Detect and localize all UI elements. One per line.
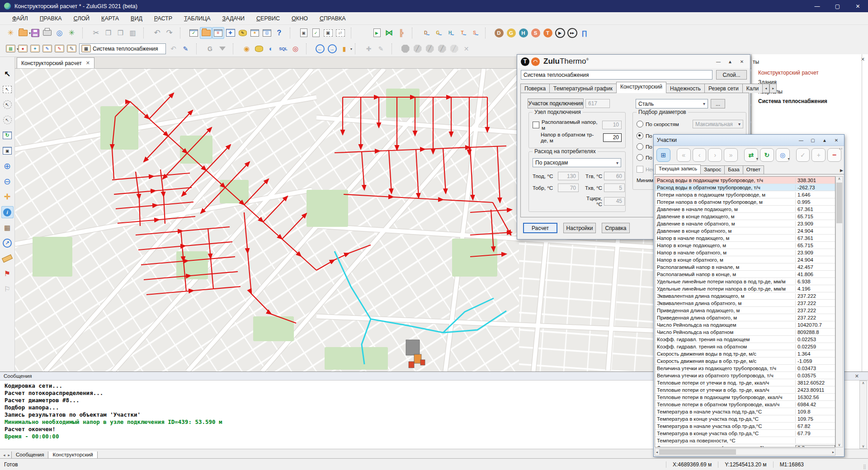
tab-more-icon[interactable]: ▶: [840, 168, 843, 173]
menu-item[interactable]: СПРАВКА: [314, 14, 352, 24]
sections-tab[interactable]: База: [724, 165, 743, 174]
by-linear-losses-radio[interactable]: [637, 132, 643, 139]
radio-option-3[interactable]: [637, 143, 643, 150]
find-record-button[interactable]: ◎: [776, 148, 790, 162]
row-value[interactable]: 1.364: [796, 351, 835, 357]
row-value[interactable]: 42.457: [796, 264, 835, 270]
t-return-input[interactable]: 70: [558, 183, 579, 192]
help-button[interactable]: Справка: [602, 223, 630, 233]
tab-scroll-right-icon[interactable]: ▸: [769, 84, 777, 93]
forward-icon[interactable]: →: [326, 43, 338, 55]
table-row[interactable]: Располагаемый напор в начале, м 42.457: [655, 263, 835, 271]
refresh-view-tool[interactable]: ↻: [1, 129, 14, 141]
sections-tab[interactable]: Запрос: [700, 165, 725, 174]
minimize-button[interactable]: —: [807, 0, 827, 12]
row-value[interactable]: 6984.42: [796, 402, 835, 407]
sql-icon[interactable]: SQL: [277, 43, 289, 55]
row-value[interactable]: 67.82: [796, 423, 835, 429]
table-row[interactable]: Давление в конце обратного, м 24.904: [655, 227, 835, 235]
map-draw-icon[interactable]: ✎: [66, 43, 78, 55]
map-red-icon[interactable]: ●: [17, 43, 29, 55]
octagon-slash-icon[interactable]: ╱: [448, 43, 460, 55]
undo-icon[interactable]: ↶: [151, 27, 163, 39]
dialog-pin-button[interactable]: ▲: [726, 57, 735, 66]
map-new-icon[interactable]: ▦: [5, 43, 17, 55]
separator[interactable]: [302, 43, 314, 55]
sections-pin-button[interactable]: ▲: [820, 136, 829, 144]
layer-manager-icon[interactable]: [200, 27, 212, 39]
table-row[interactable]: Тепловые потери в подающем трубопроводе,…: [655, 394, 835, 401]
refresh-button[interactable]: ↻: [760, 148, 774, 162]
separator[interactable]: [228, 43, 241, 55]
pin-delete-icon[interactable]: ✕: [460, 43, 472, 55]
flow-mode-select[interactable]: По расходам: [533, 158, 621, 167]
table-row[interactable]: Температура в конце участка обр.тр-да,°С…: [655, 430, 835, 437]
row-value[interactable]: 65.715: [796, 243, 835, 248]
new-document-icon[interactable]: ✳: [5, 27, 17, 39]
step-icon[interactable]: ▶▶: [566, 27, 578, 39]
zoom-out-tool[interactable]: ⊖: [1, 175, 14, 188]
export-checked-icon[interactable]: ✓: [310, 27, 322, 39]
octagon-icon[interactable]: [399, 43, 411, 55]
table-row[interactable]: Расход воды в обратном трубопроводе, т/ч…: [655, 184, 835, 191]
zoom-in-tool[interactable]: ⊕: [1, 160, 14, 172]
export-print-icon[interactable]: ▣: [297, 27, 310, 39]
row-value[interactable]: 16302.56: [796, 395, 835, 400]
separator[interactable]: [285, 27, 297, 39]
geo-find-icon[interactable]: ◐: [265, 43, 277, 55]
pan-tool[interactable]: ✛: [1, 191, 14, 203]
chart-s-icon[interactable]: S: [529, 27, 542, 39]
pointer-tool[interactable]: ↖: [1, 68, 14, 80]
find-object-icon[interactable]: ◉: [241, 43, 253, 55]
document-tab-close-icon[interactable]: ✕: [86, 60, 90, 66]
octagon-slash-icon[interactable]: ╱: [424, 43, 436, 55]
table-row[interactable]: Скорость движения воды в обр.тр-де, м/с …: [655, 357, 835, 365]
table-row[interactable]: Напор в начале обратного, м 23.909: [655, 249, 835, 256]
table-row[interactable]: Скорость движения воды в под.тр-де, м/с …: [655, 350, 835, 357]
zoom-extent-tool[interactable]: ▣: [1, 145, 14, 157]
t-circ-input[interactable]: 45: [604, 197, 625, 206]
row-value[interactable]: 3812.60522: [796, 380, 835, 385]
separator[interactable]: [350, 43, 363, 55]
find-red-icon[interactable]: ◎: [289, 43, 302, 55]
flag-off-tool[interactable]: ⚐: [1, 283, 14, 295]
separator[interactable]: [346, 27, 359, 39]
sections-minimize-button[interactable]: —: [797, 136, 806, 144]
row-value[interactable]: 809288.8: [796, 329, 835, 335]
menu-item[interactable]: РАСТР: [148, 14, 178, 24]
measure-tool[interactable]: [1, 252, 14, 264]
task-list-icon[interactable]: ✓: [188, 27, 200, 39]
table-row[interactable]: Величина утечки из подающего трубопровод…: [655, 365, 835, 372]
dialog-tab[interactable]: Температурный график: [549, 84, 617, 93]
table-row[interactable]: Удельные линейные потери напора в под.тр…: [655, 278, 835, 285]
filter-icon[interactable]: [216, 43, 228, 55]
play-icon[interactable]: ▶: [554, 27, 566, 39]
scheme-icon[interactable]: ╠: [395, 27, 407, 39]
row-value[interactable]: 109.75: [796, 416, 835, 422]
table-row[interactable]: Температура на поверхности, °С: [655, 437, 835, 444]
messages-close-icon[interactable]: ✕: [855, 373, 859, 379]
first-record-button[interactable]: «: [677, 148, 691, 162]
octagon-slash-icon[interactable]: ╱: [436, 43, 448, 55]
find-table-icon[interactable]: ◎: [261, 27, 273, 39]
sections-close-button[interactable]: ✕: [832, 136, 841, 144]
row-value[interactable]: 23.909: [796, 250, 835, 255]
select-circle-tool[interactable]: ↖: [1, 99, 14, 111]
messages-tab[interactable]: Сообщения: [11, 451, 48, 459]
map-edit-blue-icon[interactable]: ✎: [41, 43, 53, 55]
table-row[interactable]: Потери напора в подающем трубопроводе, м…: [655, 191, 835, 198]
graph-d-icon[interactable]: D: [420, 27, 432, 39]
chart-h-icon[interactable]: H: [517, 27, 529, 39]
layer-combo[interactable]: ▦ Система теплоснабжения: [79, 43, 166, 54]
table-row[interactable]: Коэфф. гидравл. трения на подающем 0.022…: [655, 336, 835, 343]
node-edit-icon[interactable]: ✎: [375, 43, 387, 55]
delete-icon[interactable]: ▥: [127, 27, 139, 39]
select-rect-tool[interactable]: ↖: [1, 83, 14, 95]
refresh-data-button[interactable]: ⇄: [744, 148, 758, 162]
dialog-tab[interactable]: Надежность: [666, 84, 705, 93]
menu-item[interactable]: ФАЙЛ: [6, 14, 34, 24]
row-value[interactable]: 67.79: [796, 431, 835, 436]
print-icon[interactable]: [41, 27, 53, 39]
back-icon[interactable]: ←: [314, 43, 326, 55]
dialog-close-button[interactable]: ✕: [737, 57, 746, 66]
